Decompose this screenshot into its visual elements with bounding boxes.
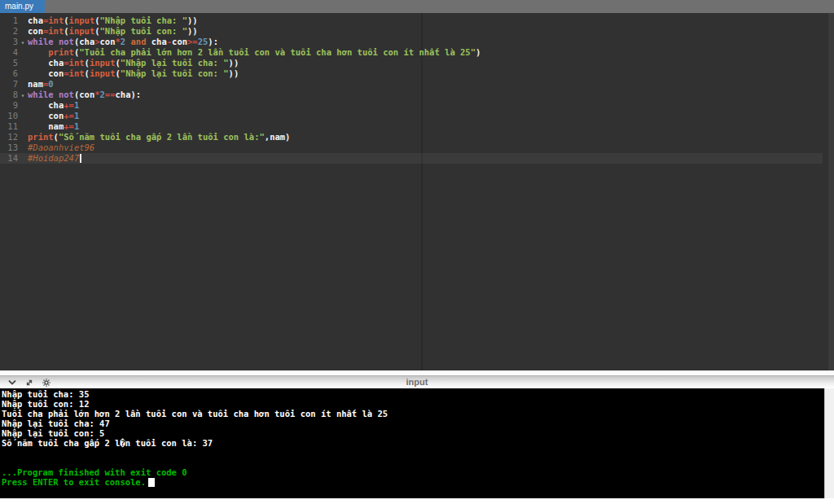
code-line[interactable]: 13#Daoanhviet96 [0, 142, 823, 153]
console-output[interactable]: Nhập tuổi cha: 35Nhập tuổi con: 12Tuổi c… [0, 388, 834, 498]
console-line: Nhập tuổi cha: 35 [2, 389, 823, 399]
code-line[interactable]: 6 con=int(input("Nhập lại tuổi con: ")) [0, 68, 823, 79]
ide-window: main.py 1cha=int(input("Nhập tuổi cha: "… [0, 0, 834, 504]
code-text: #Daoanhviet96 [28, 142, 94, 152]
code-text: con+=1 [28, 111, 79, 121]
tab-label: main.py [5, 2, 33, 11]
code-line[interactable]: 3▾while not(cha>con*2 and cha-con>=25): [0, 37, 823, 47]
code-text: print("Số năm tuổi cha gấp 2 lần tuổi co… [28, 132, 290, 142]
bottom-strip [0, 498, 834, 504]
code-line[interactable]: 7nam=0 [0, 79, 823, 90]
console-scrollbar[interactable] [824, 388, 834, 498]
code-text: cha+=1 [28, 100, 79, 110]
line-number: 9 [0, 100, 18, 111]
editor-scrollbar[interactable] [828, 13, 834, 370]
line-number: 14 [0, 153, 18, 164]
line-number: 11 [0, 121, 18, 132]
console-line [2, 458, 823, 467]
code-text: con=int(input("Nhập tuổi con: ")) [28, 26, 198, 36]
code-line[interactable]: 11 nam+=1 [0, 121, 823, 132]
console-header: input [0, 375, 834, 388]
line-number: 3 [0, 37, 18, 47]
line-number: 6 [0, 68, 18, 79]
line-number: 4 [0, 47, 18, 58]
code-line[interactable]: 9 cha+=1 [0, 100, 823, 111]
code-text: print("Tuổi cha phải lớn hơn 2 lần tuổi … [28, 47, 481, 57]
console-line: Số năm tuổi cha gấp 2 l�n tuổi con là: 3… [2, 438, 823, 448]
code-editor[interactable]: 1cha=int(input("Nhập tuổi cha: "))2con=i… [0, 13, 834, 370]
console-line [2, 448, 823, 458]
line-number: 2 [0, 26, 18, 37]
code-text: cha=int(input("Nhập lại tuổi cha: ")) [28, 58, 239, 68]
console-line: ...Program finished with exit code 0 [2, 467, 823, 477]
code-text: nam=0 [28, 79, 54, 89]
code-text: #Hoidap247 [28, 153, 81, 163]
line-number: 7 [0, 79, 18, 90]
editor-tab-bar: main.py [0, 0, 834, 13]
console-line: Nhập tuổi con: 12 [2, 399, 823, 409]
code-text: con=int(input("Nhập lại tuổi con: ")) [28, 68, 239, 78]
console-cursor [148, 478, 155, 487]
console-line: Nhập lại tuổi cha: 47 [2, 419, 823, 428]
console-lines: Nhập tuổi cha: 35Nhập tuổi con: 12Tuổi c… [2, 389, 823, 487]
line-number: 12 [0, 132, 18, 142]
code-text: nam+=1 [28, 121, 79, 131]
code-line[interactable]: 8▾while not(con*2==cha): [0, 90, 823, 100]
code-line[interactable]: 5 cha=int(input("Nhập lại tuổi cha: ")) [0, 58, 823, 68]
code-line[interactable]: 2con=int(input("Nhập tuổi con: ")) [0, 26, 823, 37]
console-line: Nhập lại tuổi con: 5 [2, 428, 823, 438]
console-line: Press ENTER to exit console. [2, 477, 823, 487]
text-cursor [80, 154, 81, 163]
code-line[interactable]: 14#Hoidap247 [0, 153, 823, 164]
line-number: 5 [0, 58, 18, 68]
line-number: 8 [0, 90, 18, 100]
code-line[interactable]: 10 con+=1 [0, 111, 823, 121]
code-lines: 1cha=int(input("Nhập tuổi cha: "))2con=i… [0, 15, 823, 164]
line-number: 10 [0, 111, 18, 121]
code-line[interactable]: 12print("Số năm tuổi cha gấp 2 lần tuổi … [0, 132, 823, 142]
code-line[interactable]: 1cha=int(input("Nhập tuổi cha: ")) [0, 15, 823, 26]
tab-main-py[interactable]: main.py [0, 0, 45, 13]
code-text: cha=int(input("Nhập tuổi cha: ")) [28, 15, 198, 25]
console-line: Tuổi cha phải lớn hơn 2 lần tuổi con và … [2, 409, 823, 419]
code-text: while not(cha>con*2 and cha-con>=25): [28, 37, 218, 46]
code-line[interactable]: 4 print("Tuổi cha phải lớn hơn 2 lần tuổ… [0, 47, 823, 58]
line-number: 1 [0, 15, 18, 26]
line-number: 13 [0, 142, 18, 153]
console-input-label: input [0, 377, 834, 387]
code-text: while not(con*2==cha): [28, 90, 141, 99]
